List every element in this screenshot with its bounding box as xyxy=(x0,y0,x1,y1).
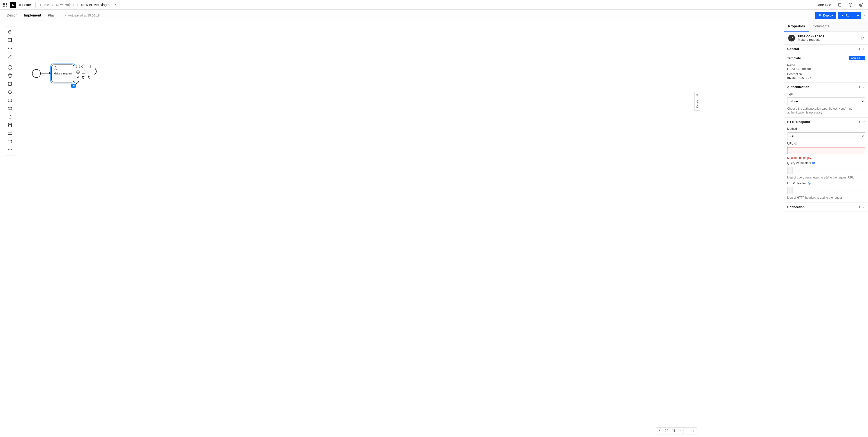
color-element[interactable] xyxy=(86,75,91,79)
panel-tab-comments[interactable]: Comments xyxy=(809,21,833,32)
more-menu-icon[interactable] xyxy=(864,13,865,18)
space-tool[interactable] xyxy=(6,44,14,52)
modified-dot-icon xyxy=(859,207,860,208)
center-icon[interactable] xyxy=(677,428,683,434)
modified-dot-icon xyxy=(859,121,860,123)
panel-header-title: REST CONNECTOR xyxy=(798,35,825,38)
details-toggle-icon[interactable] xyxy=(695,92,700,97)
details-tab-label[interactable]: Details xyxy=(696,97,699,110)
feel-required-icon[interactable] xyxy=(808,182,811,185)
append-annotation[interactable] xyxy=(81,70,85,74)
svg-point-31 xyxy=(659,430,660,431)
auth-type-hint: Choose the authentication type. Select '… xyxy=(787,107,865,115)
fit-view-icon[interactable] xyxy=(663,428,670,434)
append-task[interactable] xyxy=(86,64,91,69)
reset-view-icon[interactable] xyxy=(656,428,663,434)
section-authentication-header[interactable]: Authentication xyxy=(784,83,868,91)
intermediate-event-tool[interactable] xyxy=(6,72,14,80)
section-general-header[interactable]: General xyxy=(784,44,868,53)
breadcrumb-diagram[interactable]: New BPMN Diagram xyxy=(81,3,113,7)
panel-tab-properties[interactable]: Properties xyxy=(784,21,809,32)
more-tools[interactable] xyxy=(6,146,14,154)
context-more[interactable] xyxy=(86,70,91,74)
tab-play[interactable]: Play xyxy=(44,10,58,21)
bpmn-sequence-flow[interactable] xyxy=(41,73,51,73)
task-body[interactable]: R Make a request xyxy=(52,64,74,83)
svg-point-36 xyxy=(795,142,797,145)
delete-element[interactable] xyxy=(81,75,85,79)
tab-design[interactable]: Design xyxy=(3,10,21,21)
end-event-tool[interactable] xyxy=(6,80,14,88)
gateway-tool[interactable] xyxy=(6,88,14,96)
chevron-right-icon xyxy=(863,48,865,50)
subprocess-tool[interactable] xyxy=(6,105,14,113)
bpmn-start-event[interactable] xyxy=(32,69,41,78)
feel-required-icon[interactable] xyxy=(812,161,815,165)
section-connection-header[interactable]: Connection xyxy=(784,203,868,211)
open-external-icon[interactable] xyxy=(861,36,864,40)
svg-rect-19 xyxy=(8,107,12,110)
app-logo[interactable]: C xyxy=(10,2,16,8)
panel-header-subtitle: Make a request xyxy=(798,38,825,41)
zoom-in-icon[interactable] xyxy=(690,428,697,434)
pool-tool[interactable] xyxy=(6,129,14,137)
comment-indicator-icon[interactable] xyxy=(71,84,76,88)
zoom-out-icon[interactable] xyxy=(683,428,690,434)
rocket-icon xyxy=(818,14,822,17)
connect-tool[interactable] xyxy=(6,53,14,60)
breadcrumb-home[interactable]: Home xyxy=(40,3,49,7)
breadcrumb-project[interactable]: New Project xyxy=(56,3,74,7)
apps-grid-icon[interactable] xyxy=(3,3,7,7)
append-intermediate-event[interactable] xyxy=(76,70,80,74)
url-input[interactable] xyxy=(787,147,865,154)
template-desc-value: Invoke REST API xyxy=(787,76,865,80)
run-dropdown-button[interactable] xyxy=(855,12,861,19)
svg-rect-22 xyxy=(8,132,12,134)
deploy-button[interactable]: Deploy xyxy=(815,12,836,19)
applied-badge[interactable]: Applied xyxy=(849,56,865,60)
attach-boundary[interactable] xyxy=(94,67,98,76)
diagram-canvas[interactable]: R Make a request Details xyxy=(0,21,784,437)
feel-equals-prefix: = xyxy=(787,167,793,174)
section-authentication: Authentication Type None Choose the auth… xyxy=(784,83,868,118)
append-end-event[interactable] xyxy=(76,64,80,69)
start-event-tool[interactable] xyxy=(6,64,14,71)
bpmn-task-node[interactable]: R Make a request xyxy=(51,64,75,83)
help-icon[interactable] xyxy=(848,2,853,7)
tab-implement[interactable]: Implement xyxy=(21,10,44,21)
panel-header: R REST CONNECTOR Make a request xyxy=(784,32,868,44)
query-params-label: Query Parameters xyxy=(787,161,865,165)
section-general: General xyxy=(784,44,868,53)
connect-arrow[interactable] xyxy=(76,80,80,85)
section-template-header[interactable]: Template Applied xyxy=(784,53,868,63)
method-select[interactable]: GET xyxy=(787,132,865,140)
run-button[interactable]: Run xyxy=(838,12,855,19)
modified-dot-icon xyxy=(859,86,860,88)
group-tool[interactable] xyxy=(6,138,14,146)
http-headers-input[interactable] xyxy=(793,187,865,194)
svg-point-15 xyxy=(9,74,11,77)
append-gateway[interactable] xyxy=(81,64,85,69)
sub-bar: Design Implement Play Autosaved at 15:09… xyxy=(0,10,868,21)
auth-type-select[interactable]: None xyxy=(787,97,865,105)
check-icon xyxy=(63,14,67,17)
svg-point-32 xyxy=(680,431,680,431)
data-store-tool[interactable] xyxy=(6,121,14,129)
change-type[interactable] xyxy=(76,75,80,79)
org-icon[interactable] xyxy=(837,2,842,7)
breadcrumb-chevron-icon[interactable] xyxy=(115,4,117,6)
data-object-tool[interactable] xyxy=(6,113,14,121)
minimap-icon[interactable] xyxy=(670,428,677,434)
svg-rect-12 xyxy=(8,38,11,41)
svg-point-13 xyxy=(8,65,12,70)
query-params-input[interactable] xyxy=(793,167,865,174)
lasso-tool[interactable] xyxy=(6,36,14,44)
hand-tool[interactable] xyxy=(6,28,14,36)
feel-toggle-icon[interactable] xyxy=(794,142,797,145)
account-icon[interactable] xyxy=(859,2,864,7)
svg-point-11 xyxy=(864,17,864,17)
connector-badge-icon: R xyxy=(54,66,57,70)
http-headers-hint: Map of HTTP headers to add to the reques… xyxy=(787,196,865,200)
task-tool[interactable] xyxy=(6,96,14,104)
section-http-endpoint-header[interactable]: HTTP Endpoint xyxy=(784,118,868,126)
